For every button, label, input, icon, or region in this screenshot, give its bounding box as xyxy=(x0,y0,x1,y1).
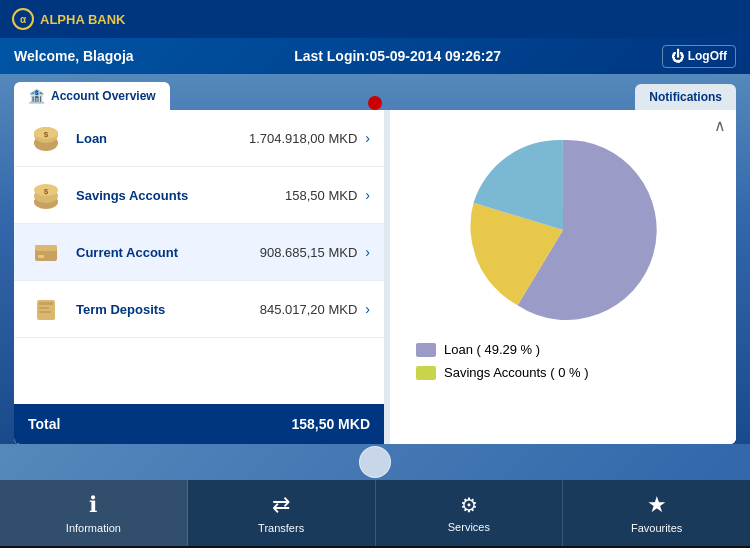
welcome-text: Welcome, Blagoja xyxy=(14,48,134,64)
legend-item-savings: Savings Accounts ( 0 % ) xyxy=(416,365,710,380)
logo-icon: α xyxy=(12,8,34,30)
nav-item-favourites[interactable]: ★ Favourites xyxy=(563,480,750,546)
legend-color-loan xyxy=(416,343,436,357)
account-list: $ Loan 1.704.918,00 MKD › $ xyxy=(14,110,384,404)
tab-notifications[interactable]: Notifications xyxy=(635,84,736,110)
tab-notifications-label: Notifications xyxy=(649,90,722,104)
account-item-loan[interactable]: $ Loan 1.704.918,00 MKD › xyxy=(14,110,384,167)
collapse-button[interactable]: ∧ xyxy=(714,116,726,135)
transfers-icon: ⇄ xyxy=(272,492,290,518)
scroll-circle xyxy=(359,446,391,478)
left-panel: $ Loan 1.704.918,00 MKD › $ xyxy=(14,110,384,444)
svg-rect-12 xyxy=(39,302,53,305)
svg-rect-14 xyxy=(39,311,51,313)
total-bar: Total 158,50 MKD xyxy=(14,404,384,444)
legend-label-loan: Loan ( 49.29 % ) xyxy=(444,342,540,357)
term-name: Term Deposits xyxy=(76,302,260,317)
loan-amount: 1.704.918,00 MKD xyxy=(249,131,357,146)
svg-rect-9 xyxy=(35,245,57,251)
information-icon: ℹ xyxy=(89,492,97,518)
loan-name: Loan xyxy=(76,131,249,146)
loan-arrow: › xyxy=(365,130,370,146)
bottom-nav: ℹ Information ⇄ Transfers ⚙ Services ★ F… xyxy=(0,480,750,546)
term-arrow: › xyxy=(365,301,370,317)
nav-item-transfers[interactable]: ⇄ Transfers xyxy=(188,480,376,546)
svg-rect-13 xyxy=(39,307,49,309)
tab-account-overview[interactable]: 🏦 Account Overview xyxy=(14,82,170,110)
nav-label-transfers: Transfers xyxy=(258,522,304,534)
total-label: Total xyxy=(28,416,60,432)
savings-arrow: › xyxy=(365,187,370,203)
nav-label-favourites: Favourites xyxy=(631,522,682,534)
app-name: ALPHA BANK xyxy=(40,12,125,27)
last-login: Last Login:05-09-2014 09:26:27 xyxy=(294,48,501,64)
tab-account-overview-label: Account Overview xyxy=(51,89,156,103)
current-icon xyxy=(28,234,64,270)
svg-text:$: $ xyxy=(44,130,49,139)
legend-label-savings: Savings Accounts ( 0 % ) xyxy=(444,365,589,380)
svg-text:$: $ xyxy=(44,187,49,196)
svg-rect-10 xyxy=(38,255,44,258)
pie-chart xyxy=(463,130,663,330)
account-item-term[interactable]: Term Deposits 845.017,20 MKD › xyxy=(14,281,384,338)
power-icon: ⏻ xyxy=(671,49,684,64)
nav-label-services: Services xyxy=(448,521,490,533)
term-amount: 845.017,20 MKD xyxy=(260,302,358,317)
tab-icon: 🏦 xyxy=(28,88,45,104)
account-item-current[interactable]: Current Account 908.685,15 MKD › xyxy=(14,224,384,281)
loan-icon: $ xyxy=(28,120,64,156)
content-area: $ Loan 1.704.918,00 MKD › $ xyxy=(14,110,736,444)
app-header: α ALPHA BANK xyxy=(0,0,750,38)
legend-color-savings xyxy=(416,366,436,380)
legend-item-loan: Loan ( 49.29 % ) xyxy=(416,342,710,357)
scroll-indicator xyxy=(0,444,750,480)
app-logo: α ALPHA BANK xyxy=(12,8,125,30)
current-arrow: › xyxy=(365,244,370,260)
savings-amount: 158,50 MKD xyxy=(285,188,357,203)
favourites-icon: ★ xyxy=(647,492,667,518)
right-panel: ∧ Loan ( 49.29 % xyxy=(390,110,736,444)
services-icon: ⚙ xyxy=(460,493,478,517)
account-item-savings[interactable]: $ Savings Accounts 158,50 MKD › xyxy=(14,167,384,224)
main-content: 🏦 Account Overview Notifications $ xyxy=(0,74,750,444)
total-amount: 158,50 MKD xyxy=(291,416,370,432)
logoff-label: LogOff xyxy=(688,49,727,63)
record-indicator xyxy=(368,96,382,110)
current-amount: 908.685,15 MKD xyxy=(260,245,358,260)
top-bar: Welcome, Blagoja Last Login:05-09-2014 0… xyxy=(0,38,750,74)
logoff-button[interactable]: ⏻ LogOff xyxy=(662,45,736,68)
savings-name: Savings Accounts xyxy=(76,188,285,203)
nav-item-information[interactable]: ℹ Information xyxy=(0,480,188,546)
nav-label-information: Information xyxy=(66,522,121,534)
nav-item-services[interactable]: ⚙ Services xyxy=(376,480,564,546)
current-name: Current Account xyxy=(76,245,260,260)
term-icon xyxy=(28,291,64,327)
savings-icon: $ xyxy=(28,177,64,213)
chart-legend: Loan ( 49.29 % ) Savings Accounts ( 0 % … xyxy=(400,342,726,388)
